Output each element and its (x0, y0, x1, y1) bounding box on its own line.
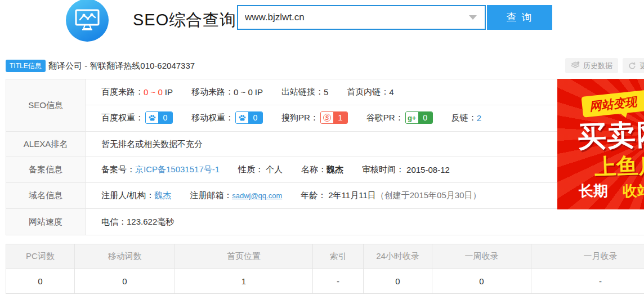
alexa-row: ALEXA排名 暂无排名或相关数据不充分 (6, 131, 644, 157)
refresh-data-button[interactable]: 更新数据 (623, 58, 644, 73)
site-title-text: 翻译公司 - 智联翻译热线010-62047337 (48, 60, 195, 72)
ad-banner[interactable]: 网站变现 买卖网站 上鱼爪 长期收站 (557, 79, 644, 209)
homepage-inner-links: 首页内链： 4 (347, 87, 393, 97)
mobile-traffic-value: 0 ~ 0 (234, 87, 253, 97)
dropdown-arrow-icon[interactable] (469, 15, 477, 20)
domain-age: 年龄： 2年11月11日 （创建于2015年05月30日） (301, 190, 481, 201)
app-logo (66, 0, 109, 42)
value-week-collect: 0 (432, 269, 531, 293)
mobile-weight: 移动权重： 0 (191, 111, 263, 124)
sogou-pr-label: 搜狗PR： (281, 113, 319, 123)
seo-info-row: SEO信息 百度来路： 0 ~ 0 IP 移动来路： 0 ~ 0 IP 出站链接… (6, 79, 644, 131)
domain-email-value[interactable]: sadwj@qq.com (232, 191, 282, 200)
seo-info-table: SEO信息 百度来路： 0 ~ 0 IP 移动来路： 0 ~ 0 IP 出站链接… (6, 79, 644, 235)
icp-audit-time: 审核时间： 2015-08-12 (362, 164, 450, 175)
google-pr-label: 谷歌PR： (366, 113, 404, 123)
domain-age-label: 年龄： (301, 190, 326, 201)
title-info-badge: TITLE信息 (6, 60, 46, 72)
ad-subline: 上鱼爪 (594, 150, 644, 182)
col-header-month-collect: 一月收录 (531, 244, 644, 269)
col-header-week-collect: 一周收录 (432, 244, 531, 269)
baidu-weight-badge[interactable]: 0 (145, 111, 173, 124)
history-data-button[interactable]: 历史数据 (565, 58, 618, 73)
baidu-traffic-value: 0 ~ 0 (144, 87, 163, 97)
ad-footline-white: 长期 (579, 182, 608, 199)
domain-created-note: （创建于2015年05月30日） (376, 190, 481, 201)
icp-name-label: 名称： (301, 164, 327, 175)
backlinks-label: 反链： (451, 113, 477, 123)
row-label-seo: SEO信息 (6, 79, 86, 131)
value-homepage-position: 1 (175, 269, 312, 293)
icp-nature-value: 个人 (266, 164, 283, 175)
icp-number-value[interactable]: 京ICP备15031517号-1 (135, 164, 220, 175)
value-index: - (312, 269, 363, 293)
col-header-mobile-words: 移动词数 (74, 244, 175, 269)
query-button[interactable]: 查 询 (487, 5, 552, 30)
domain-email: 注册邮箱： sadwj@qq.com (190, 190, 282, 201)
col-header-homepage-position: 首页位置 (175, 244, 312, 269)
domain-registrant: 注册人/机构： 魏杰 (101, 190, 171, 201)
google-pr-badge[interactable]: g+ 0 (405, 111, 433, 124)
speed-row: 网站速度 电信：123.622毫秒 (6, 208, 644, 235)
col-header-index: 索引 (312, 244, 363, 269)
mobile-traffic: 移动来路： 0 ~ 0 IP (191, 87, 263, 97)
collect-stats-table: PC词数 移动词数 首页位置 索引 24小时收录 一周收录 一月收录 0 0 1… (6, 244, 644, 294)
baidu-paw-icon (148, 114, 156, 122)
search-box (237, 5, 486, 30)
col-header-pc-words: PC词数 (6, 244, 74, 269)
baidu-weight: 百度权重： 0 (101, 111, 173, 124)
ad-bubble-text: 网站变现 (581, 88, 644, 117)
outbound-links-label: 出站链接： (281, 87, 324, 97)
sogou-pr-badge[interactable]: S 1 (320, 111, 348, 124)
layers-icon (571, 61, 580, 70)
sogou-pr: 搜狗PR： S 1 (281, 111, 348, 124)
collect-header-row: PC词数 移动词数 首页位置 索引 24小时收录 一周收录 一月收录 (6, 244, 644, 269)
row-label-speed: 网站速度 (6, 209, 86, 235)
icp-number: 备案号： 京ICP备15031517号-1 (101, 164, 220, 175)
outbound-links: 出站链接： 5 (281, 87, 328, 97)
baidu-traffic-unit: IP (165, 87, 173, 97)
backlinks-value[interactable]: 2 (477, 113, 481, 123)
row-label-alexa: ALEXA排名 (6, 132, 86, 157)
value-24h-collect: 0 (363, 269, 432, 293)
collect-value-row: 0 0 1 - 0 0 - (6, 269, 644, 293)
search-input[interactable] (238, 6, 469, 29)
mobile-traffic-unit: IP (255, 87, 263, 97)
speed-value: 电信：123.622毫秒 (101, 217, 174, 227)
backlinks: 反链： 2 (451, 113, 481, 123)
domain-email-label: 注册邮箱： (190, 190, 232, 201)
icp-nature-label: 性质： (238, 164, 263, 175)
app-title: SEO综合查询 (133, 9, 236, 32)
domain-age-value: 2年11月11日 (328, 190, 376, 201)
seo-query-page: SEO综合查询 查 询 TITLE信息 翻译公司 - 智联翻译热线010-620… (0, 0, 644, 295)
google-pr: 谷歌PR： g+ 0 (366, 111, 433, 124)
domain-row: 域名信息 注册人/机构： 魏杰 注册邮箱： sadwj@qq.com 年龄： 2… (6, 182, 644, 208)
row-label-icp: 备案信息 (6, 157, 86, 182)
sogou-icon: S (323, 114, 331, 122)
domain-registrant-value[interactable]: 魏杰 (154, 190, 171, 201)
baidu-weight-label: 百度权重： (101, 113, 144, 123)
baidu-traffic-label: 百度来路： (101, 87, 144, 97)
mobile-traffic-label: 移动来路： (191, 87, 234, 97)
icp-audit-value: 2015-08-12 (406, 165, 450, 175)
baidu-traffic: 百度来路： 0 ~ 0 IP (101, 87, 173, 97)
value-mobile-words: 0 (74, 269, 175, 293)
homepage-inner-links-value: 4 (389, 87, 393, 97)
baidu-weight-value: 0 (158, 112, 172, 123)
icp-name: 名称： 魏杰 (301, 164, 343, 175)
baidu-mobile-paw-icon (238, 114, 247, 122)
outbound-links-value: 5 (324, 87, 328, 97)
refresh-data-label: 更新数据 (639, 61, 644, 71)
ad-footline-yellow: 收站 (623, 182, 644, 199)
homepage-inner-links-label: 首页内链： (347, 87, 389, 97)
monitor-chart-icon (74, 8, 100, 32)
google-pr-value: 0 (418, 112, 432, 123)
mobile-weight-badge[interactable]: 0 (235, 111, 263, 124)
alexa-value: 暂无排名或相关数据不充分 (101, 139, 203, 150)
sogou-pr-value: 1 (333, 112, 347, 123)
icp-row: 备案信息 备案号： 京ICP备15031517号-1 性质： 个人 名称： 魏杰… (6, 157, 644, 182)
icp-nature: 性质： 个人 (238, 164, 283, 175)
icp-audit-label: 审核时间： (362, 164, 404, 175)
col-header-24h-collect: 24小时收录 (363, 244, 432, 269)
refresh-icon (628, 62, 636, 70)
